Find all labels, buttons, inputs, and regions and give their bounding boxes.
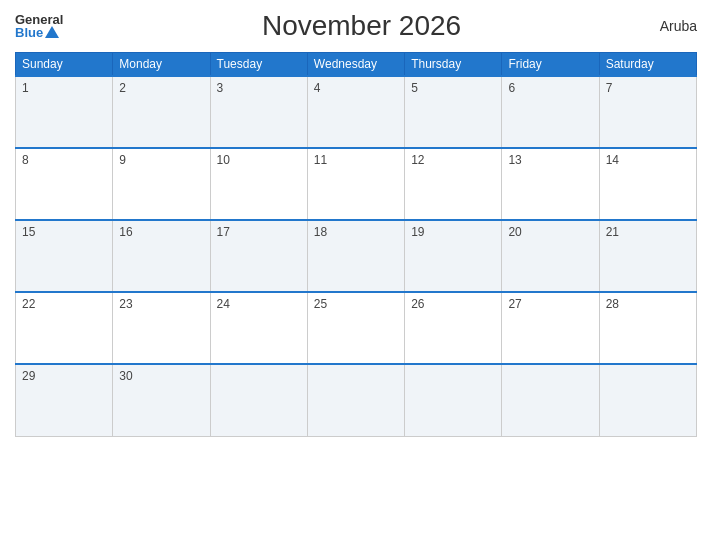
header-thursday: Thursday (405, 53, 502, 77)
day-cell: 10 (210, 148, 307, 220)
calendar-grid: Sunday Monday Tuesday Wednesday Thursday… (15, 52, 697, 437)
day-cell: 6 (502, 76, 599, 148)
day-cell: 1 (16, 76, 113, 148)
day-cell: 27 (502, 292, 599, 364)
day-cell (502, 364, 599, 436)
header-tuesday: Tuesday (210, 53, 307, 77)
day-cell: 26 (405, 292, 502, 364)
calendar-header: General Blue November 2026 Aruba (15, 10, 697, 42)
day-cell: 11 (307, 148, 404, 220)
day-cell: 15 (16, 220, 113, 292)
calendar-title: November 2026 (262, 10, 461, 42)
header-monday: Monday (113, 53, 210, 77)
week-row-4: 22 23 24 25 26 27 28 (16, 292, 697, 364)
week-row-3: 15 16 17 18 19 20 21 (16, 220, 697, 292)
day-cell: 13 (502, 148, 599, 220)
day-cell (405, 364, 502, 436)
day-cell (307, 364, 404, 436)
logo: General Blue (15, 13, 63, 39)
day-cell: 3 (210, 76, 307, 148)
day-cell: 12 (405, 148, 502, 220)
header-sunday: Sunday (16, 53, 113, 77)
header-saturday: Saturday (599, 53, 696, 77)
logo-blue-text: Blue (15, 26, 63, 39)
day-cell: 9 (113, 148, 210, 220)
day-cell: 28 (599, 292, 696, 364)
day-cell: 5 (405, 76, 502, 148)
day-cell (210, 364, 307, 436)
day-cell: 2 (113, 76, 210, 148)
days-header-row: Sunday Monday Tuesday Wednesday Thursday… (16, 53, 697, 77)
day-cell: 16 (113, 220, 210, 292)
day-cell: 8 (16, 148, 113, 220)
day-cell: 29 (16, 364, 113, 436)
week-row-2: 8 9 10 11 12 13 14 (16, 148, 697, 220)
calendar-container: General Blue November 2026 Aruba Sunday … (0, 0, 712, 550)
day-cell: 20 (502, 220, 599, 292)
day-cell: 25 (307, 292, 404, 364)
country-label: Aruba (660, 18, 697, 34)
day-cell: 19 (405, 220, 502, 292)
day-cell: 4 (307, 76, 404, 148)
logo-triangle-icon (45, 26, 59, 38)
day-cell: 7 (599, 76, 696, 148)
day-cell: 21 (599, 220, 696, 292)
header-wednesday: Wednesday (307, 53, 404, 77)
day-cell: 30 (113, 364, 210, 436)
day-cell: 22 (16, 292, 113, 364)
day-cell: 24 (210, 292, 307, 364)
week-row-1: 1 2 3 4 5 6 7 (16, 76, 697, 148)
day-cell: 14 (599, 148, 696, 220)
header-friday: Friday (502, 53, 599, 77)
day-cell: 18 (307, 220, 404, 292)
day-cell: 23 (113, 292, 210, 364)
week-row-5: 29 30 (16, 364, 697, 436)
day-cell (599, 364, 696, 436)
day-cell: 17 (210, 220, 307, 292)
